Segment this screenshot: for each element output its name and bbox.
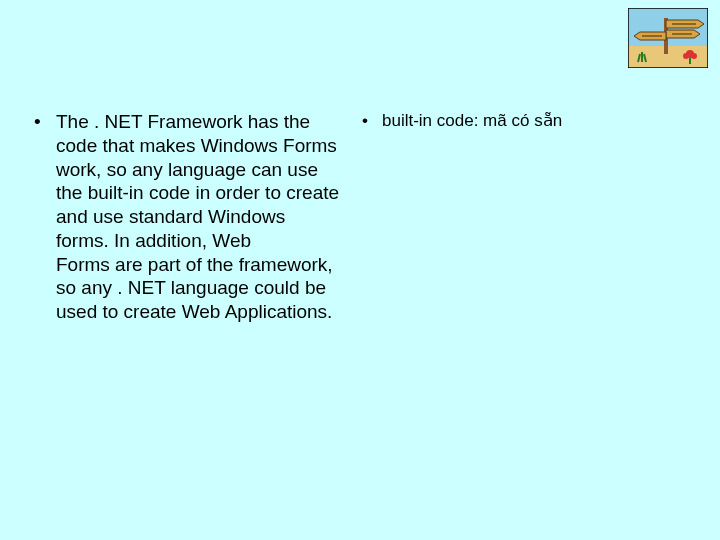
bullet-list-right: built-in code: mã có sẵn — [360, 110, 660, 131]
signpost-clipart — [628, 8, 708, 68]
svg-point-10 — [683, 53, 689, 59]
bullet-list-left: The . NET Framework has the code that ma… — [30, 110, 340, 324]
bullet-text: built-in code: mã có sẵn — [382, 111, 562, 130]
slide: The . NET Framework has the code that ma… — [0, 0, 720, 540]
left-column: The . NET Framework has the code that ma… — [30, 110, 340, 324]
right-column: built-in code: mã có sẵn — [360, 110, 660, 324]
svg-point-11 — [691, 53, 697, 59]
bullet-text: The . NET Framework has the code that ma… — [56, 111, 339, 322]
bullet-item: The . NET Framework has the code that ma… — [30, 110, 340, 324]
bullet-item: built-in code: mã có sẵn — [360, 110, 660, 131]
content-columns: The . NET Framework has the code that ma… — [30, 110, 690, 324]
